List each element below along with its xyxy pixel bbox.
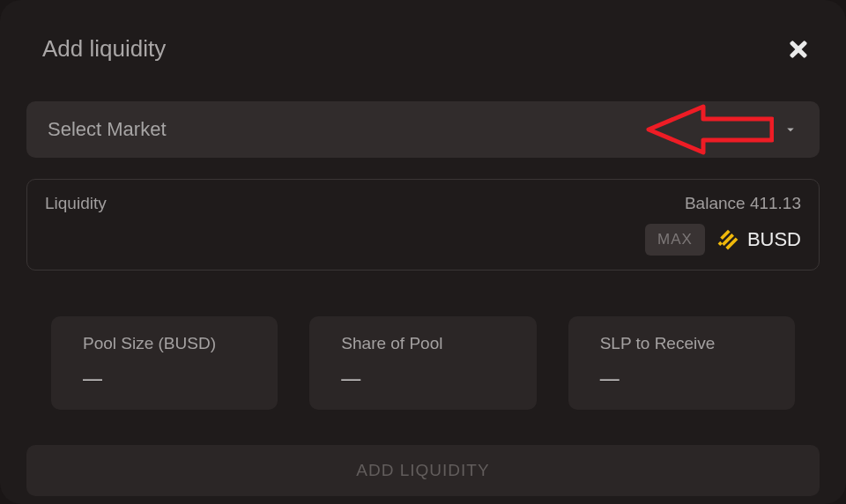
liquidity-row-labels: Liquidity Balance 411.13 [45, 194, 801, 213]
modal-body: Select Market Liquidity Balance 411.13 M… [0, 101, 846, 496]
chevron-down-icon [783, 122, 798, 137]
stat-slp-value: — [600, 367, 763, 390]
liquidity-panel: Liquidity Balance 411.13 MAX BUSD [26, 179, 820, 271]
stat-slp-label: SLP to Receive [600, 334, 763, 353]
modal-header: Add liquidity [0, 0, 846, 80]
balance-label: Balance 411.13 [685, 194, 801, 213]
max-button[interactable]: MAX [645, 224, 705, 256]
arrow-annotation-icon [642, 103, 774, 156]
liquidity-row-controls: MAX BUSD [45, 224, 801, 256]
add-liquidity-button[interactable]: ADD LIQUIDITY [26, 445, 820, 496]
stat-slp-to-receive: SLP to Receive — [568, 316, 795, 410]
token-symbol: BUSD [747, 228, 801, 251]
stat-pool-size-value: — [83, 367, 246, 390]
add-liquidity-modal: Add liquidity Select Market Liquidity Ba… [0, 0, 846, 504]
close-icon[interactable] [786, 37, 811, 62]
modal-title: Add liquidity [42, 35, 166, 63]
stats-row: Pool Size (BUSD) — Share of Pool — SLP t… [26, 316, 820, 410]
stat-share-value: — [341, 367, 504, 390]
stat-share-of-pool: Share of Pool — [309, 316, 536, 410]
select-market-label: Select Market [48, 118, 167, 141]
token-chip: BUSD [716, 227, 801, 252]
stat-share-label: Share of Pool [341, 334, 504, 353]
stat-pool-size: Pool Size (BUSD) — [51, 316, 278, 410]
liquidity-label: Liquidity [45, 194, 107, 213]
select-market-dropdown[interactable]: Select Market [26, 101, 820, 158]
busd-icon [716, 227, 740, 252]
stat-pool-size-label: Pool Size (BUSD) [83, 334, 246, 353]
